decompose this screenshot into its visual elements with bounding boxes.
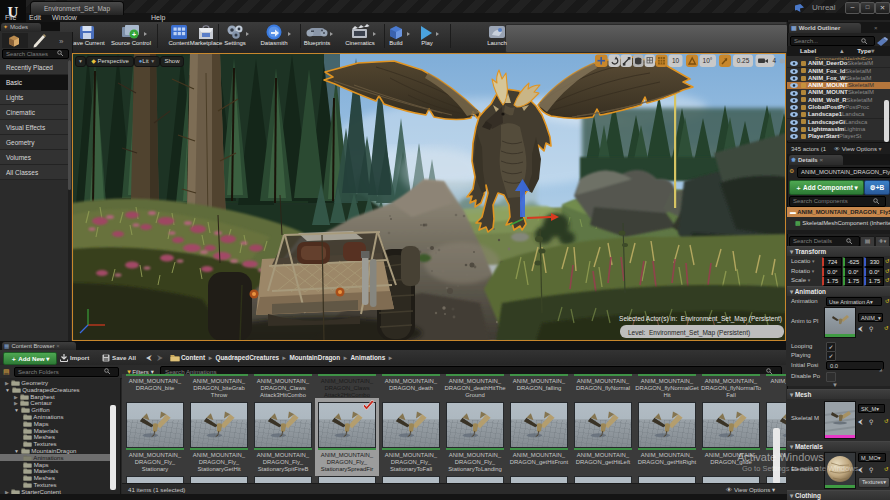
svg-text:Level: Environment_Set_Map (P: Level: Environment_Set_Map (Persistent) xyxy=(628,329,750,337)
svg-text:10: 10 xyxy=(672,57,680,64)
svg-text:10°: 10° xyxy=(703,57,713,64)
svg-text:0.25: 0.25 xyxy=(737,57,750,64)
svg-text:Selected Actor(s) in: Environ: Selected Actor(s) in: Environment_Set_Ma… xyxy=(619,315,782,323)
svg-text:»: » xyxy=(59,37,64,46)
svg-text:+: + xyxy=(132,31,136,38)
svg-text:4: 4 xyxy=(773,57,777,64)
